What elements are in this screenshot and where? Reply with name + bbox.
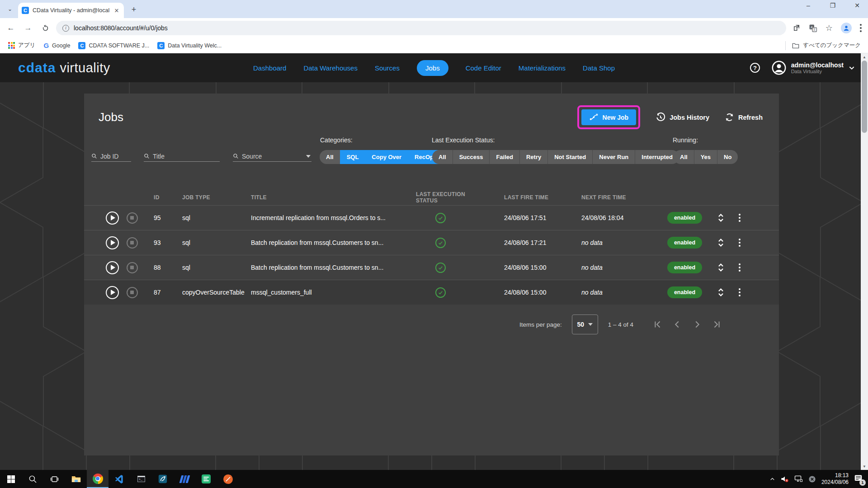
chip-running-yes[interactable]: Yes — [694, 150, 717, 164]
db-tool-taskbar-button[interactable] — [152, 470, 174, 488]
share-icon[interactable] — [793, 24, 801, 32]
chip-categories-sql[interactable]: SQL — [340, 150, 365, 164]
nav-item-data-warehouses[interactable]: Data Warehouses — [303, 64, 358, 72]
vscode-taskbar-button[interactable] — [108, 470, 130, 488]
chip-les-never-run[interactable]: Never Run — [592, 150, 635, 164]
vertical-scrollbar[interactable]: ▲ ▼ — [861, 53, 868, 470]
title-filter[interactable] — [144, 151, 220, 164]
cell-title[interactable]: Batch replication from mssql.Customers t… — [245, 239, 410, 246]
start-button[interactable] — [0, 470, 22, 488]
chip-les-success[interactable]: Success — [453, 150, 490, 164]
terminal-taskbar-button[interactable]: >_ — [130, 470, 152, 488]
restore-button[interactable]: ❐ — [828, 2, 837, 9]
user-menu[interactable]: admin@localhost Data Virtuality — [771, 60, 855, 75]
url-bar[interactable]: i localhost:8080/account/#/u/0/jobs — [56, 21, 786, 35]
run-job-button[interactable] — [102, 230, 122, 255]
refresh-button[interactable]: Refresh — [725, 113, 763, 122]
first-page-button[interactable] — [650, 319, 665, 329]
reorder-button[interactable] — [711, 280, 731, 305]
url-text[interactable]: localhost:8080/account/#/u/0/jobs — [74, 24, 168, 32]
jobs-history-button[interactable]: Jobs History — [656, 113, 709, 122]
nav-item-jobs[interactable]: Jobs — [417, 60, 448, 76]
stop-job-button[interactable] — [122, 255, 142, 280]
chip-les-interrupted[interactable]: Interrupted — [635, 150, 679, 164]
reorder-button[interactable] — [711, 255, 731, 280]
chip-les-failed[interactable]: Failed — [489, 150, 519, 164]
chip-running-no[interactable]: No — [717, 150, 738, 164]
cell-title[interactable]: Incremental replication from mssql.Order… — [245, 214, 410, 221]
stop-job-button[interactable] — [122, 206, 142, 230]
muted-speaker-icon[interactable] — [781, 475, 789, 483]
run-job-button[interactable] — [102, 206, 122, 230]
stop-job-button[interactable] — [122, 230, 142, 255]
tab-search-chevron-icon[interactable]: ⌄ — [4, 3, 16, 15]
cell-title[interactable]: Batch replication from mssql.Customers t… — [245, 264, 410, 271]
title-input[interactable] — [144, 151, 220, 162]
stack-app-taskbar-button[interactable] — [174, 470, 195, 488]
chip-les-not-started[interactable]: Not Started — [547, 150, 592, 164]
task-view-button[interactable] — [43, 470, 65, 488]
row-menu-button[interactable] — [731, 206, 749, 230]
run-job-button[interactable] — [102, 280, 122, 305]
nav-item-data-shop[interactable]: Data Shop — [583, 64, 615, 72]
last-page-button[interactable] — [709, 319, 725, 329]
stop-job-button[interactable] — [122, 280, 142, 305]
notification-center-button[interactable]: 1 — [854, 474, 863, 484]
chip-running-all[interactable]: All — [674, 150, 694, 164]
tray-expand-chevron-icon[interactable] — [769, 476, 775, 482]
job-id-input[interactable] — [91, 151, 131, 162]
cell-title[interactable]: mssql_customers_full — [245, 289, 410, 296]
back-button[interactable]: ← — [5, 22, 17, 34]
nav-item-sources[interactable]: Sources — [375, 64, 400, 72]
taskbar-search-button[interactable] — [22, 470, 43, 488]
clock[interactable]: 18:13 2024/08/06 — [821, 472, 849, 486]
orange-app-taskbar-button[interactable] — [217, 470, 239, 488]
bookmark-cdata[interactable]: C CDATA SOFTWARE J... — [78, 42, 149, 49]
chip-les-retry[interactable]: Retry — [519, 150, 547, 164]
source-select-input[interactable] — [233, 151, 311, 162]
source-filter[interactable] — [233, 151, 311, 164]
chip-les-all[interactable]: All — [432, 150, 453, 164]
browser-tab[interactable]: C CData Virtuality - admin@locall ✕ — [18, 3, 124, 18]
dropdown-arrow-icon[interactable] — [306, 155, 311, 158]
reorder-button[interactable] — [711, 230, 731, 255]
all-bookmarks-button[interactable]: すべてのブックマーク — [785, 41, 861, 50]
close-button[interactable]: ✕ — [853, 2, 862, 9]
nav-item-dashboard[interactable]: Dashboard — [253, 64, 286, 72]
row-menu-button[interactable] — [731, 255, 749, 280]
chrome-taskbar-button[interactable] — [87, 470, 108, 488]
bookmark-data-virtuality[interactable]: C Data Virtuality Welc... — [157, 42, 222, 49]
chip-categories-all[interactable]: All — [320, 150, 340, 164]
scrollbar-thumb[interactable] — [862, 61, 867, 133]
page-info-icon[interactable]: i — [62, 25, 69, 32]
page-size-select[interactable]: 50 — [572, 314, 598, 334]
new-job-button[interactable]: New Job — [581, 109, 637, 125]
job-id-filter[interactable] — [91, 151, 131, 164]
chip-categories-copy-over[interactable]: Copy Over — [365, 150, 408, 164]
network-icon[interactable] — [794, 475, 803, 483]
previous-page-button[interactable] — [670, 319, 685, 329]
forward-button[interactable]: → — [22, 22, 34, 34]
new-tab-button[interactable]: + — [127, 3, 140, 16]
run-job-button[interactable] — [102, 255, 122, 280]
scroll-up-arrow[interactable]: ▲ — [861, 53, 868, 61]
scroll-down-arrow[interactable]: ▼ — [861, 463, 868, 470]
profile-avatar[interactable] — [841, 23, 852, 33]
row-menu-button[interactable] — [731, 230, 749, 255]
file-explorer-button[interactable] — [65, 470, 87, 488]
bookmark-star-icon[interactable]: ☆ — [826, 23, 833, 33]
nav-item-code-editor[interactable]: Code Editor — [466, 64, 501, 72]
reload-button[interactable] — [39, 22, 52, 34]
row-menu-button[interactable] — [731, 280, 749, 305]
next-page-button[interactable] — [689, 319, 705, 329]
status-x-icon[interactable] — [808, 475, 816, 483]
minimize-button[interactable]: – — [804, 2, 813, 9]
translate-icon[interactable]: A文 — [809, 24, 817, 33]
help-icon[interactable]: ? — [750, 62, 760, 73]
browser-menu-icon[interactable] — [860, 24, 862, 32]
tab-close-icon[interactable]: ✕ — [113, 7, 120, 14]
log-viewer-taskbar-button[interactable] — [195, 470, 217, 488]
bookmark-google[interactable]: G Google — [43, 42, 70, 49]
nav-item-materializations[interactable]: Materializations — [519, 64, 566, 72]
reorder-button[interactable] — [711, 206, 731, 230]
